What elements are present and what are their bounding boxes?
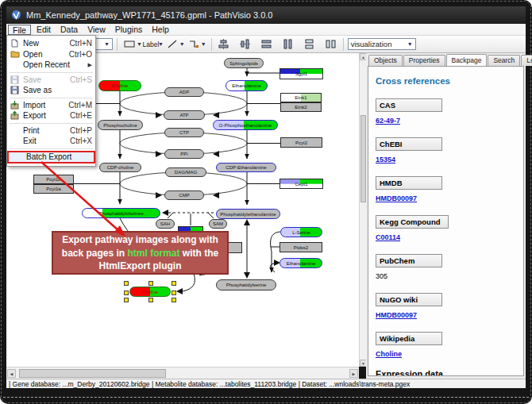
- pathway-node-atp[interactable]: ATP: [164, 110, 205, 120]
- pathway-node-choline[interactable]: Choline: [98, 80, 141, 91]
- chevron-down-icon[interactable]: ▼: [179, 41, 185, 47]
- pathway-node-sgpl1[interactable]: Sgpl1: [279, 68, 323, 79]
- pathway-node-sphingolipids[interactable]: Sphingolipids: [224, 58, 264, 68]
- tab-properties[interactable]: Properties: [403, 55, 445, 66]
- menu-item-export[interactable]: ExportCtrl+E: [7, 110, 95, 121]
- new-label-button[interactable]: Label: [144, 37, 158, 51]
- import-icon: [10, 101, 20, 110]
- menubar-item-view[interactable]: View: [83, 25, 110, 35]
- pathway-node-cdp-choline[interactable]: CDP-choline: [99, 163, 141, 172]
- pathway-node-ptdss2[interactable]: Ptdss2: [279, 242, 322, 252]
- xref-link-hmdb00097[interactable]: HMDB00097: [376, 311, 523, 319]
- menubar-item-edit[interactable]: Edit: [33, 25, 55, 35]
- xref-link-hmdb00097[interactable]: HMDB00097: [376, 194, 523, 202]
- tab-legend[interactable]: Legend: [521, 55, 532, 66]
- menu-bar: FileEditDataViewPluginsHelp: [6, 24, 526, 36]
- pathway-node-phosphatidylethanolamine[interactable]: Phosphatidylethanolamine: [216, 209, 280, 219]
- scroll-left-arrow[interactable]: ◀: [7, 369, 16, 378]
- xref-link-choline[interactable]: Choline: [376, 350, 523, 358]
- align-horizontal-center-button[interactable]: [217, 37, 231, 51]
- menu-item-label: Open: [23, 50, 42, 59]
- pathway-node-phosphatidylcholines[interactable]: Phosphatidylcholines: [82, 208, 160, 218]
- toolbar-separator: [343, 38, 344, 51]
- tab-search[interactable]: Search: [488, 55, 520, 66]
- pathway-node-ethanolamine[interactable]: Ethanolamine: [226, 80, 268, 91]
- pathway-node-cmp[interactable]: CMP: [164, 190, 204, 200]
- menu-separator: [10, 123, 93, 124]
- scroll-right-arrow[interactable]: ▶: [349, 369, 358, 378]
- pathway-node-sah[interactable]: SAH: [156, 219, 175, 229]
- pathway-node-phosphocholine[interactable]: Phosphocholine: [98, 120, 143, 130]
- selection-handle[interactable]: [124, 281, 129, 286]
- menu-item-batch-export[interactable]: Batch Export: [7, 151, 95, 164]
- menubar-item-data[interactable]: Data: [56, 25, 82, 35]
- tab-objects[interactable]: Objects: [368, 55, 403, 66]
- pathway-node-cdp-ethanolamine[interactable]: CDP-Ethanolamine: [216, 163, 276, 172]
- common-width-button[interactable]: [281, 37, 295, 51]
- menubar-item-file[interactable]: File: [8, 25, 31, 35]
- horizontal-scroll-thumb[interactable]: [19, 369, 166, 378]
- menu-item-print[interactable]: PrintCtrl+P: [7, 125, 95, 137]
- selection-handle[interactable]: [172, 281, 176, 286]
- vertical-scroll-thumb[interactable]: [360, 115, 366, 202]
- selection-handle[interactable]: [124, 298, 129, 302]
- xref-section-pubchem: PubChem: [376, 254, 442, 267]
- pathway-node-choline[interactable]: Choline: [129, 287, 171, 297]
- expression-data-heading: Expression data: [376, 369, 523, 376]
- pathway-node-ctp[interactable]: CTP: [164, 128, 204, 137]
- chevron-down-icon: ▼: [407, 41, 413, 47]
- xref-link-c00114[interactable]: C00114: [376, 233, 523, 241]
- menu-item-label: Export: [23, 111, 46, 120]
- stack-horizontal-button[interactable]: [324, 37, 338, 51]
- line-tool-button[interactable]: [165, 37, 179, 51]
- pathway-node-adp[interactable]: ADP: [164, 87, 204, 97]
- menu-item-save-as[interactable]: Save as: [7, 85, 95, 96]
- menu-item-label: Save as: [23, 86, 52, 94]
- menu-item-save[interactable]: SaveCtrl+S: [7, 75, 95, 86]
- selection-handle[interactable]: [172, 298, 176, 302]
- selection-handle[interactable]: [148, 281, 153, 286]
- visualization-combobox[interactable]: visualization ▼: [348, 38, 416, 50]
- menu-item-exit[interactable]: ExitCtrl+X: [7, 136, 95, 147]
- menubar-item-plugins[interactable]: Plugins: [111, 25, 146, 35]
- pathway-node-dag-mag[interactable]: DAG/MAG: [165, 167, 206, 177]
- pathway-node-l-serine[interactable]: L-Serine: [280, 227, 322, 237]
- selection-handle[interactable]: [172, 290, 176, 295]
- stack-vertical-button[interactable]: [303, 37, 317, 51]
- pathway-node-ethanolamine[interactable]: Ethanolamine: [279, 258, 322, 268]
- menu-item-shortcut: Ctrl+O: [69, 50, 92, 59]
- pathway-node-cept1[interactable]: Cept1: [279, 179, 323, 189]
- chevron-down-icon[interactable]: ▼: [201, 41, 206, 47]
- export-icon: [10, 111, 20, 120]
- pathway-node-sam[interactable]: SAM: [209, 219, 227, 229]
- menu-item-shortcut: Ctrl+N: [69, 39, 92, 48]
- chevron-down-icon[interactable]: ▼: [158, 41, 164, 47]
- pathway-node-o-phosphoethanolamine[interactable]: O-Phosphoethanolamine: [213, 120, 278, 130]
- menu-item-open[interactable]: OpenCtrl+O: [7, 49, 95, 60]
- pathway-node-pcyt1a[interactable]: Pcyt1a: [33, 184, 74, 194]
- pathway-node-pcyt2[interactable]: Pcyt2: [280, 137, 322, 148]
- horizontal-scrollbar[interactable]: ◀ ▶: [6, 367, 359, 379]
- pathway-node-etnk1[interactable]: Etnk1: [280, 93, 322, 102]
- xref-link-15354[interactable]: 15354: [376, 156, 523, 164]
- menu-separator: [10, 98, 93, 98]
- chevron-down-icon[interactable]: ▼: [137, 41, 142, 47]
- new-datanode-button[interactable]: [122, 37, 137, 51]
- selection-handle[interactable]: [124, 290, 129, 295]
- menu-item-import[interactable]: ImportCtrl+M: [7, 100, 95, 111]
- vertical-scrollbar[interactable]: ▲ ▼: [359, 53, 366, 367]
- save-as-icon: [10, 86, 20, 94]
- xref-link-62-49-7[interactable]: 62-49-7: [376, 117, 523, 125]
- pathway-node-pcyt1b[interactable]: Pcyt1b: [33, 175, 74, 184]
- connector-tool-button[interactable]: [187, 37, 201, 51]
- menu-item-open-recent[interactable]: Open Recent▶: [7, 60, 95, 71]
- pathway-node-phosphatidylserine[interactable]: Phosphatidylserine: [216, 279, 276, 290]
- menu-item-new[interactable]: NewCtrl+N: [7, 38, 95, 49]
- pathway-node-ppi[interactable]: PPi: [164, 149, 204, 159]
- selection-handle[interactable]: [148, 298, 153, 302]
- pathway-node-etnk2[interactable]: Etnk2: [280, 102, 322, 112]
- common-height-button[interactable]: [260, 37, 274, 51]
- align-vertical-center-button[interactable]: [238, 37, 253, 51]
- tab-backpage[interactable]: Backpage: [446, 54, 488, 66]
- menubar-item-help[interactable]: Help: [148, 25, 173, 35]
